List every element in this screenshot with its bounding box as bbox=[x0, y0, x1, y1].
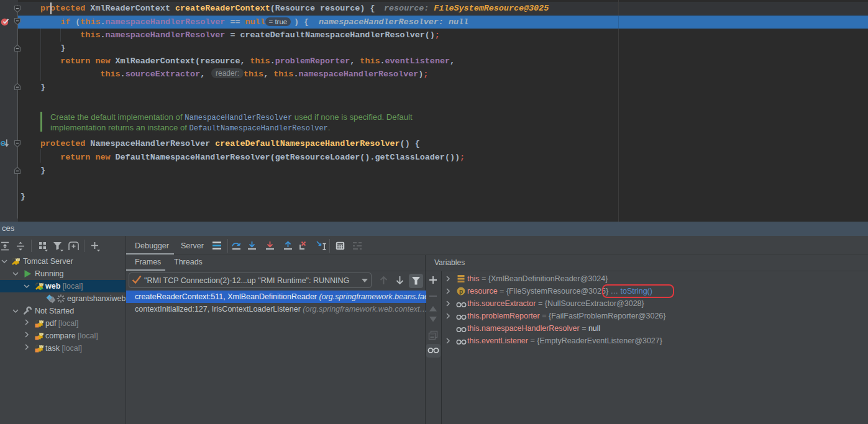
svg-text:p: p bbox=[459, 288, 463, 295]
